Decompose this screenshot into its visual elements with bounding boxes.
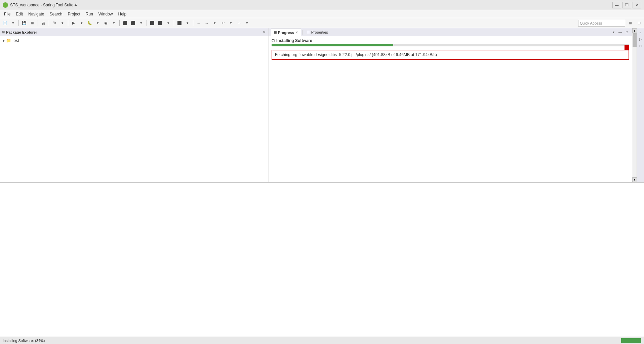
toolbar-history-dropdown[interactable]: ▾ (211, 19, 218, 27)
window-title: STS_workspace - Spring Tool Suite 4 (10, 3, 612, 7)
package-explorer-icon: ⊞ (2, 30, 5, 34)
menu-search[interactable]: Search (47, 10, 65, 18)
tree-arrow-test: ▶ (3, 39, 5, 42)
progress-bar-track (272, 44, 629, 46)
progress-bar-area (269, 44, 632, 48)
toolbar-extra3-dropdown[interactable]: ▾ (165, 19, 172, 27)
toolbar-save[interactable]: 💾 (21, 19, 28, 27)
progress-tab-close[interactable]: ✕ (295, 31, 298, 34)
right-panel: ⊞ Progress ✕ ☰ Properties ▾ — □ (269, 28, 644, 182)
tree-folder-icon: 📁 (6, 38, 11, 43)
toolbar-redo-dropdown[interactable]: ▾ (243, 19, 251, 27)
toolbar-search3-dropdown[interactable]: ▾ (137, 19, 145, 27)
main-content: ⊞ Package Explorer ✕ ▶ 📁 test ⊞ Progress… (0, 28, 644, 182)
package-explorer-content: ▶ 📁 test (0, 36, 269, 182)
perspectives-btn[interactable]: ⊞ (627, 19, 634, 27)
toolbar-search1[interactable]: ⬛ (121, 19, 129, 27)
toolbar-new-dropdown[interactable]: ▾ (9, 19, 17, 27)
toolbar-run-dropdown[interactable]: ▾ (78, 19, 85, 27)
toolbar-nav2-dropdown[interactable]: ▾ (184, 19, 191, 27)
window-controls: — ❐ ✕ (612, 2, 641, 8)
progress-stop-button[interactable] (625, 45, 629, 50)
menu-run[interactable]: Run (83, 10, 96, 18)
toolbar-sep-7 (174, 20, 174, 26)
progress-task-label: Installing Software (276, 38, 312, 43)
progress-detail-text: Fetching org.flowable.designer.libs_5.22… (275, 52, 437, 57)
toolbar-sep-6 (147, 20, 147, 26)
toolbar-extra1[interactable]: ⬛ (149, 19, 156, 27)
package-explorer-panel: ⊞ Package Explorer ✕ ▶ 📁 test (0, 28, 269, 182)
menu-bar: File Edit Navigate Search Project Run Wi… (0, 10, 644, 18)
strip-btn-1[interactable]: ≡ (638, 30, 644, 36)
toolbar-sep-5 (119, 20, 120, 26)
package-explorer-header: ⊞ Package Explorer ✕ (0, 28, 269, 36)
menu-help[interactable]: Help (116, 10, 129, 18)
package-explorer-close[interactable]: ✕ (262, 30, 267, 35)
maximize-panel-btn[interactable]: □ (624, 29, 630, 35)
view-menu-btn[interactable]: ▾ (610, 29, 616, 35)
minimize-panel-btn[interactable]: — (617, 29, 623, 35)
progress-tab-label: Progress (278, 31, 294, 35)
maximize-button[interactable]: ❐ (622, 2, 631, 8)
menu-edit[interactable]: Edit (13, 10, 26, 18)
toolbar-search2[interactable]: ⬛ (129, 19, 137, 27)
tab-properties[interactable]: ☰ Properties (304, 28, 331, 36)
title-bar: STS_workspace - Spring Tool Suite 4 — ❐ … (0, 0, 644, 10)
strip-btn-2[interactable]: ▷ (638, 36, 644, 42)
tab-separator (303, 30, 303, 35)
quick-access-area: ⊞ ⊟ (578, 19, 643, 27)
toolbar-run[interactable]: ▶ (70, 19, 77, 27)
progress-bar-fill (272, 44, 393, 46)
progress-sub-area: Fetching org.flowable.designer.libs_5.22… (269, 48, 632, 182)
properties-tab-icon: ☰ (307, 30, 310, 34)
toolbar-sep-1 (18, 20, 19, 26)
right-icon-strip: ≡ ▷ □ (637, 28, 644, 182)
toolbar-nav1[interactable]: ⬛ (176, 19, 183, 27)
toolbar-history-back[interactable]: ← (195, 19, 202, 27)
toolbar-undo-dropdown[interactable]: ▾ (227, 19, 235, 27)
close-button[interactable]: ✕ (633, 2, 641, 8)
toolbar-save-all[interactable]: ⊞ (29, 19, 36, 27)
scroll-down-btn[interactable]: ▼ (632, 177, 637, 182)
progress-scrollbar[interactable]: ▲ ▼ (632, 28, 637, 182)
progress-spinner (272, 39, 275, 42)
progress-detail-box: Fetching org.flowable.designer.libs_5.22… (272, 50, 629, 60)
status-text: Installing Software: (34%) (3, 339, 618, 343)
app-icon (3, 2, 8, 8)
package-explorer-title: Package Explorer (6, 30, 260, 34)
tree-item-label: test (12, 38, 19, 43)
minimize-button[interactable]: — (612, 2, 621, 8)
tab-progress[interactable]: ⊞ Progress ✕ (271, 29, 301, 36)
toolbar-sep-4 (68, 20, 68, 26)
open-perspective-btn[interactable]: ⊟ (635, 19, 643, 27)
right-panel-tabs: ⊞ Progress ✕ ☰ Properties ▾ — □ (269, 28, 632, 36)
toolbar-redo[interactable]: ↪ (235, 19, 243, 27)
quick-access-input[interactable] (578, 20, 625, 27)
lower-workspace (0, 182, 644, 337)
toolbar-coverage-dropdown[interactable]: ▾ (110, 19, 118, 27)
menu-window[interactable]: Window (96, 10, 116, 18)
toolbar-debug-dropdown[interactable]: ▾ (94, 19, 102, 27)
menu-navigate[interactable]: Navigate (26, 10, 47, 18)
toolbar-refresh[interactable]: ↻ (51, 19, 58, 27)
strip-btn-3[interactable]: □ (638, 43, 644, 49)
toolbar-extra2[interactable]: ⬛ (157, 19, 164, 27)
toolbar-sep-2 (38, 20, 38, 26)
scroll-up-btn[interactable]: ▲ (632, 28, 637, 33)
toolbar-new[interactable]: 📄 (1, 19, 9, 27)
tree-item-test[interactable]: ▶ 📁 test (1, 38, 267, 44)
toolbar-undo[interactable]: ↩ (219, 19, 227, 27)
toolbar-debug[interactable]: 🐛 (86, 19, 93, 27)
menu-project[interactable]: Project (65, 10, 83, 18)
toolbar-refresh-dropdown[interactable]: ▾ (59, 19, 66, 27)
progress-panel-content: Installing Software Fetching org.flowabl… (269, 36, 632, 182)
properties-tab-label: Properties (311, 30, 328, 34)
toolbar-sep-8 (193, 20, 193, 26)
toolbar-print[interactable]: 🖨 (40, 19, 47, 27)
toolbar-coverage[interactable]: ◉ (102, 19, 110, 27)
toolbar-history-forward[interactable]: → (203, 19, 210, 27)
progress-tab-icon: ⊞ (274, 31, 277, 34)
main-toolbar: 📄 ▾ 💾 ⊞ 🖨 ↻ ▾ ▶ ▾ 🐛 ▾ ◉ ▾ ⬛ ⬛ ▾ ⬛ ⬛ ▾ ⬛ … (0, 18, 644, 28)
scroll-thumb[interactable] (633, 33, 637, 47)
menu-file[interactable]: File (1, 10, 13, 18)
